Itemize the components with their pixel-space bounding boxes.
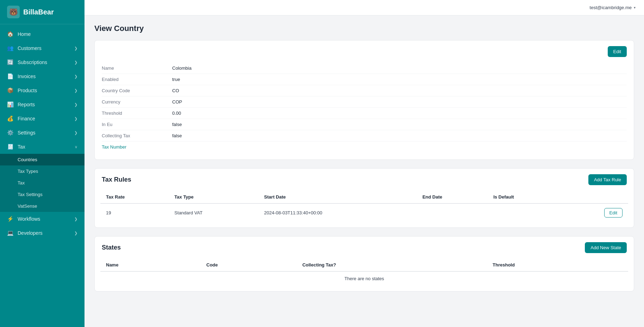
sidebar-item-customers[interactable]: 👥 Customers ❯ [0,41,85,55]
country-info-table: Name Colombia Enabled true Country Code … [102,63,627,152]
col-state-threshold: Threshold [487,259,628,271]
col-tax-rate: Tax Rate [100,191,169,203]
enabled-label: Enabled [102,77,172,82]
enabled-value: true [172,77,627,82]
chevron-down-icon: ∨ [75,145,77,149]
threshold-label: Threshold [102,111,172,116]
states-header: States Add New State [95,237,634,259]
info-row-currency: Currency COP [102,96,627,108]
name-label: Name [102,65,172,71]
chevron-right-icon: ❯ [74,60,77,65]
col-tax-type: Tax Type [169,191,258,203]
user-chevron-icon: ▾ [634,6,636,10]
finance-icon: 💰 [7,115,13,122]
page-title: View Country [94,24,634,33]
edit-tax-rule-button[interactable]: Edit [604,208,623,218]
sidebar-item-invoices[interactable]: 📄 Invoices ❯ [0,69,85,83]
country-info-card: Edit Name Colombia Enabled true Country … [94,40,634,160]
collecting-tax-value: false [172,133,627,138]
sidebar-item-workflows[interactable]: ⚡ Workflows ❯ [0,212,85,226]
main-content: test@icambridge.me ▾ View Country Edit N… [85,0,644,327]
sidebar-item-tax[interactable]: 🧾 Tax ∨ [0,140,85,154]
sidebar-item-subscriptions[interactable]: 🔄 Subscriptions ❯ [0,55,85,69]
reports-icon: 📊 [7,101,13,108]
states-table-wrapper: Name Code Collecting Tax? Threshold Ther… [95,259,634,291]
sidebar-label-tax: Tax [18,144,70,150]
add-tax-rule-button[interactable]: Add Tax Rule [588,174,627,185]
tax-rules-table-wrapper: Tax Rate Tax Type Start Date End Date Is… [95,191,634,227]
sidebar-item-home[interactable]: 🏠 Home [0,27,85,41]
chevron-right-icon: ❯ [74,231,77,235]
cell-row-actions: Edit [561,203,628,222]
chevron-right-icon: ❯ [74,117,77,121]
col-actions [561,191,628,203]
tax-rules-title: Tax Rules [102,176,131,183]
app-name: BillaBear [23,8,54,16]
cell-tax-type: Standard VAT [169,203,258,222]
currency-value: COP [172,99,627,105]
currency-label: Currency [102,99,172,105]
workflows-icon: ⚡ [7,216,13,222]
sidebar-item-vatsense[interactable]: VatSense [0,200,85,212]
sidebar-item-developers[interactable]: 💻 Developers ❯ [0,226,85,240]
chevron-right-icon: ❯ [74,88,77,93]
states-card: States Add New State Name Code Collectin… [94,236,634,291]
cell-tax-rate: 19 [100,203,169,222]
sidebar-item-reports[interactable]: 📊 Reports ❯ [0,98,85,112]
sidebar-label-invoices: Invoices [18,74,70,79]
tax-rules-header: Tax Rules Add Tax Rule [95,169,634,191]
user-menu[interactable]: test@icambridge.me ▾ [590,5,636,10]
sidebar: 🐻 BillaBear 🏠 Home 👥 Customers ❯ 🔄 Subsc… [0,0,85,327]
states-empty-row: There are no states [100,271,628,285]
col-end-date: End Date [417,191,488,203]
sidebar-item-countries[interactable]: Countries [0,154,85,165]
sidebar-label-developers: Developers [18,230,70,236]
in-eu-value: false [172,122,627,127]
country-card-header: Edit [95,40,634,63]
sidebar-logo[interactable]: 🐻 BillaBear [0,0,85,24]
sidebar-nav: 🏠 Home 👥 Customers ❯ 🔄 Subscriptions ❯ 📄… [0,24,85,327]
customers-icon: 👥 [7,45,13,51]
sidebar-label-products: Products [18,88,70,93]
col-state-code: Code [201,259,297,271]
edit-country-button[interactable]: Edit [608,46,627,57]
tax-submenu: Countries Tax Types Tax Tax Settings Vat… [0,154,85,212]
add-new-state-button[interactable]: Add New State [585,242,627,253]
states-title: States [102,244,121,251]
home-icon: 🏠 [7,31,13,37]
chevron-right-icon: ❯ [74,217,77,221]
invoices-icon: 📄 [7,73,13,80]
tax-rules-card: Tax Rules Add Tax Rule Tax Rate Tax Type… [94,168,634,228]
info-row-enabled: Enabled true [102,74,627,85]
sidebar-item-settings[interactable]: ⚙️ Settings ❯ [0,126,85,140]
tax-icon: 🧾 [7,144,13,150]
info-row-threshold: Threshold 0.00 [102,108,627,119]
page-content: View Country Edit Name Colombia Enabled … [85,15,644,327]
info-row-tax-number: Tax Number [102,142,627,152]
threshold-value: 0.00 [172,111,627,116]
tax-number-value [172,144,627,150]
tax-number-label: Tax Number [102,144,172,150]
sidebar-label-finance: Finance [18,116,70,121]
cell-start-date: 2024-08-03T11:33:40+00:00 [258,203,417,222]
states-table: Name Code Collecting Tax? Threshold Ther… [100,259,628,285]
col-start-date: Start Date [258,191,417,203]
sidebar-label-customers: Customers [18,45,70,51]
developers-icon: 💻 [7,230,13,236]
sidebar-item-tax-types[interactable]: Tax Types [0,165,85,177]
country-card-body: Name Colombia Enabled true Country Code … [95,63,634,159]
sidebar-label-home: Home [18,31,77,37]
topbar: test@icambridge.me ▾ [85,0,644,15]
info-row-name: Name Colombia [102,63,627,74]
sidebar-item-tax[interactable]: Tax [0,177,85,189]
sidebar-label-settings: Settings [18,130,70,136]
sidebar-item-products[interactable]: 📦 Products ❯ [0,83,85,98]
col-is-default: Is Default [488,191,560,203]
sidebar-item-tax-settings[interactable]: Tax Settings [0,189,85,200]
settings-icon: ⚙️ [7,130,13,136]
logo-icon: 🐻 [7,6,20,18]
cell-is-default [488,203,560,222]
collecting-tax-label: Collecting Tax [102,133,172,138]
sidebar-item-finance[interactable]: 💰 Finance ❯ [0,112,85,126]
country-code-label: Country Code [102,88,172,93]
